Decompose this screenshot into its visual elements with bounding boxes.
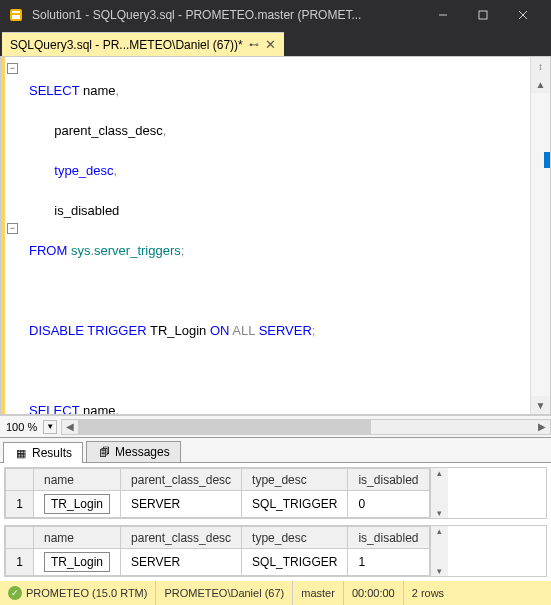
results-grids: name parent_class_desc type_desc is_disa… xyxy=(0,463,551,581)
horizontal-scrollbar[interactable]: ◀ ▶ xyxy=(61,419,551,435)
status-bar: ✓ PROMETEO (15.0 RTM) PROMETEO\Daniel (6… xyxy=(0,581,551,605)
code-area[interactable]: SELECT name, parent_class_desc, type_des… xyxy=(25,57,530,414)
scroll-down-icon[interactable]: ▾ xyxy=(437,566,442,576)
rownum-header xyxy=(6,527,34,549)
grid-icon: ▦ xyxy=(14,446,28,460)
titlebar[interactable]: Solution1 - SQLQuery3.sql - PROMETEO.mas… xyxy=(0,0,551,30)
result-grid-2: name parent_class_desc type_desc is_disa… xyxy=(4,525,547,577)
svg-rect-2 xyxy=(12,15,20,19)
scroll-down-icon[interactable]: ▼ xyxy=(531,396,550,414)
cell[interactable]: TR_Login xyxy=(34,491,121,518)
document-tab[interactable]: SQLQuery3.sql - PR...METEO\Daniel (67))*… xyxy=(2,32,284,56)
tab-messages[interactable]: 🗐 Messages xyxy=(86,441,181,462)
scroll-left-icon[interactable]: ◀ xyxy=(62,420,78,434)
editor-gutter: − − xyxy=(5,57,25,414)
messages-icon: 🗐 xyxy=(97,445,111,459)
table-row[interactable]: 1 TR_Login SERVER SQL_TRIGGER 0 xyxy=(6,491,430,518)
scroll-right-icon[interactable]: ▶ xyxy=(534,420,550,434)
row-number: 1 xyxy=(6,491,34,518)
app-icon xyxy=(8,7,24,23)
grid-table[interactable]: name parent_class_desc type_desc is_disa… xyxy=(5,526,430,576)
split-icon[interactable]: ↕ xyxy=(531,57,550,75)
status-time: 00:00:00 xyxy=(344,581,404,605)
cell[interactable]: SERVER xyxy=(121,549,242,576)
status-database: master xyxy=(293,581,344,605)
vertical-scrollbar[interactable]: ↕ ▲ ▼ xyxy=(530,57,550,414)
grid-scrollbar[interactable]: ▴▾ xyxy=(430,468,448,518)
col-header[interactable]: is_disabled xyxy=(348,527,429,549)
col-header[interactable]: parent_class_desc xyxy=(121,469,242,491)
status-connection: ✓ PROMETEO (15.0 RTM) xyxy=(0,581,156,605)
pin-icon[interactable]: ⊷ xyxy=(249,39,259,50)
zoom-bar: 100 % ▼ ◀ ▶ xyxy=(0,415,551,437)
code-editor[interactable]: − − SELECT name, parent_class_desc, type… xyxy=(0,56,551,415)
status-server: PROMETEO (15.0 RTM) xyxy=(26,587,147,599)
header-row: name parent_class_desc type_desc is_disa… xyxy=(6,527,430,549)
col-header[interactable]: is_disabled xyxy=(348,469,429,491)
results-tab-label: Results xyxy=(32,446,72,460)
cell[interactable]: 0 xyxy=(348,491,429,518)
scroll-up-icon[interactable]: ▴ xyxy=(437,526,442,536)
close-tab-icon[interactable]: ✕ xyxy=(265,37,276,52)
zoom-dropdown-icon[interactable]: ▼ xyxy=(43,420,57,434)
col-header[interactable]: type_desc xyxy=(242,469,348,491)
results-panel: ▦ Results 🗐 Messages name parent_class_d… xyxy=(0,437,551,581)
close-button[interactable] xyxy=(503,4,543,26)
scroll-up-icon[interactable]: ▲ xyxy=(531,75,550,93)
fold-toggle-icon[interactable]: − xyxy=(7,223,18,234)
cell[interactable]: SQL_TRIGGER xyxy=(242,549,348,576)
svg-rect-1 xyxy=(12,11,20,13)
results-tabstrip: ▦ Results 🗐 Messages xyxy=(0,438,551,463)
cell[interactable]: SQL_TRIGGER xyxy=(242,491,348,518)
tab-results[interactable]: ▦ Results xyxy=(3,442,83,463)
connected-icon: ✓ xyxy=(8,586,22,600)
scroll-marker xyxy=(544,152,550,168)
svg-rect-4 xyxy=(479,11,487,19)
row-number: 1 xyxy=(6,549,34,576)
cell[interactable]: TR_Login xyxy=(34,549,121,576)
tab-label: SQLQuery3.sql - PR...METEO\Daniel (67))* xyxy=(10,38,243,52)
header-row: name parent_class_desc type_desc is_disa… xyxy=(6,469,430,491)
table-row[interactable]: 1 TR_Login SERVER SQL_TRIGGER 1 xyxy=(6,549,430,576)
messages-tab-label: Messages xyxy=(115,445,170,459)
grid-scrollbar[interactable]: ▴▾ xyxy=(430,526,448,576)
zoom-level: 100 % xyxy=(0,421,43,433)
col-header[interactable]: type_desc xyxy=(242,527,348,549)
cell[interactable]: SERVER xyxy=(121,491,242,518)
window-title: Solution1 - SQLQuery3.sql - PROMETEO.mas… xyxy=(32,8,423,22)
cell[interactable]: 1 xyxy=(348,549,429,576)
col-header[interactable]: name xyxy=(34,527,121,549)
rownum-header xyxy=(6,469,34,491)
grid-table[interactable]: name parent_class_desc type_desc is_disa… xyxy=(5,468,430,518)
app-window: Solution1 - SQLQuery3.sql - PROMETEO.mas… xyxy=(0,0,551,605)
status-user: PROMETEO\Daniel (67) xyxy=(156,581,293,605)
document-tabstrip: SQLQuery3.sql - PR...METEO\Daniel (67))*… xyxy=(0,30,551,56)
scroll-thumb[interactable] xyxy=(78,420,371,434)
scroll-down-icon[interactable]: ▾ xyxy=(437,508,442,518)
col-header[interactable]: parent_class_desc xyxy=(121,527,242,549)
status-rowcount: 2 rows xyxy=(404,581,452,605)
col-header[interactable]: name xyxy=(34,469,121,491)
result-grid-1: name parent_class_desc type_desc is_disa… xyxy=(4,467,547,519)
minimize-button[interactable] xyxy=(423,4,463,26)
fold-toggle-icon[interactable]: − xyxy=(7,63,18,74)
scroll-up-icon[interactable]: ▴ xyxy=(437,468,442,478)
maximize-button[interactable] xyxy=(463,4,503,26)
